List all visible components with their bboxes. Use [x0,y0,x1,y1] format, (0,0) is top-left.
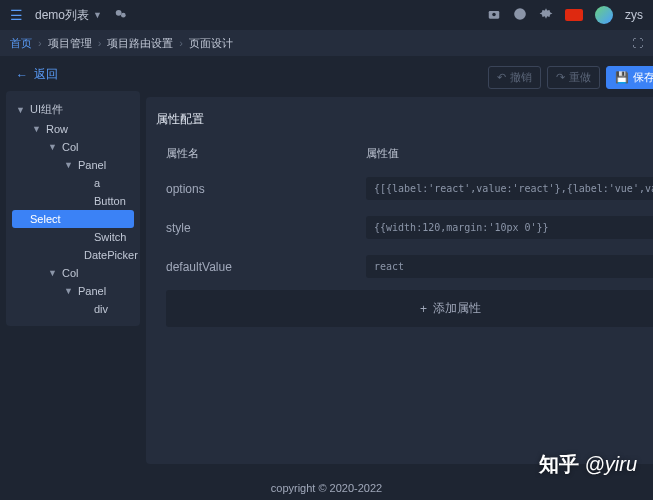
tree-label: div [94,303,108,315]
breadcrumb-item[interactable]: 项目管理 [48,36,92,51]
add-property-button[interactable]: + 添加属性 [166,290,653,327]
tree-node[interactable]: a [6,174,140,192]
redo-button[interactable]: ↷重做 [547,66,600,89]
tree-label: Switch [94,231,126,243]
dropdown-label: demo列表 [35,7,89,24]
properties-panel: 属性配置 属性名 属性值 操作 options{[{label:'react',… [146,97,653,464]
tree-label: a [94,177,100,189]
content: ← 返回 ▼ UI组件 ▼Row▼Col▼PanelaButtonSelectS… [0,56,653,470]
undo-button[interactable]: ↶撤销 [488,66,541,89]
tree-label: Panel [78,159,106,171]
main-area: ↶撤销 ↷重做 💾保存配置 👁预览 属性配置 属性名 属性值 操作 option… [146,62,653,464]
caret-icon: ▼ [48,268,58,278]
caret-icon: ▼ [16,105,26,115]
tree-node[interactable]: ▼Col [6,264,140,282]
avatar[interactable] [595,6,613,24]
breadcrumb: 首页 › 项目管理 › 项目路由设置 › 页面设计 ⛶ [0,30,653,56]
camera-icon[interactable] [487,7,501,24]
breadcrumb-sep: › [98,37,102,49]
hamburger-icon[interactable]: ☰ [10,7,23,23]
prop-name: options [166,182,366,196]
plus-icon: + [420,302,427,316]
header-name: 属性名 [166,146,366,161]
watermark: 知乎 @yiru [539,451,637,478]
arrow-left-icon: ← [16,68,28,82]
property-row: options{[{label:'react',value:'react'},{… [156,169,653,208]
caret-icon: ▼ [48,142,58,152]
component-tree: ▼ UI组件 ▼Row▼Col▼PanelaButtonSelectSwitch… [6,91,140,326]
tree-label: Col [62,141,79,153]
project-dropdown[interactable]: demo列表 ▼ [35,7,102,24]
svg-point-3 [492,12,496,15]
tree-node[interactable]: ▼Panel [6,282,140,300]
header-value: 属性值 [366,146,653,161]
breadcrumb-sep: › [179,37,183,49]
tree-node[interactable]: ▼Col [6,138,140,156]
fullscreen-icon[interactable]: ⛶ [632,37,643,49]
prop-name: style [166,221,366,235]
save-icon: 💾 [615,71,629,84]
svg-point-1 [121,12,126,17]
breadcrumb-item[interactable]: 首页 [10,36,32,51]
topbar: ☰ demo列表 ▼ zys [0,0,653,30]
breadcrumb-sep: › [38,37,42,49]
tree-label: Button [94,195,126,207]
chevron-down-icon: ▼ [93,10,102,20]
table-header: 属性名 属性值 操作 [156,138,653,169]
wechat-icon[interactable] [114,7,128,24]
caret-icon: ▼ [64,286,74,296]
redo-icon: ↷ [556,71,565,84]
tree-root[interactable]: ▼ UI组件 [6,99,140,120]
footer: copyright © 2020-2022 [0,476,653,500]
prop-value[interactable]: react [366,255,653,278]
tree-node[interactable]: DatePicker [6,246,140,264]
tree-label: Row [46,123,68,135]
topbar-right: zys [487,6,643,24]
prop-name: defaultValue [166,260,366,274]
tree-label: UI组件 [30,102,63,117]
breadcrumb-item[interactable]: 项目路由设置 [107,36,173,51]
undo-icon: ↶ [497,71,506,84]
back-button[interactable]: ← 返回 [6,62,140,91]
tree-node[interactable]: Switch [6,228,140,246]
gear-icon[interactable] [539,7,553,24]
add-label: 添加属性 [433,300,481,317]
language-flag[interactable] [565,9,583,21]
toolbar: ↶撤销 ↷重做 💾保存配置 👁预览 [146,62,653,97]
back-label: 返回 [34,66,58,83]
save-button[interactable]: 💾保存配置 [606,66,653,89]
svg-point-4 [514,8,526,20]
tree-node[interactable]: Button [6,192,140,210]
tree-node[interactable]: Select [12,210,134,228]
property-row: defaultValuereact编辑删除 [156,247,653,286]
prop-value[interactable]: {{width:120,margin:'10px 0'}} [366,216,653,239]
panel-title: 属性配置 [156,105,653,138]
caret-icon: ▼ [32,124,42,134]
username: zys [625,8,643,22]
tree-label: DatePicker [84,249,138,261]
topbar-left: ☰ demo列表 ▼ [10,7,128,24]
github-icon[interactable] [513,7,527,24]
tree-node[interactable]: ▼Panel [6,156,140,174]
tree-node[interactable]: ▼Row [6,120,140,138]
prop-value[interactable]: {[{label:'react',value:'react'},{label:'… [366,177,653,200]
breadcrumb-item: 页面设计 [189,36,233,51]
tree-label: Select [30,213,61,225]
property-row: style{{width:120,margin:'10px 0'}}编辑删除 [156,208,653,247]
tree-label: Col [62,267,79,279]
caret-icon: ▼ [64,160,74,170]
tree-label: Panel [78,285,106,297]
svg-point-0 [116,9,122,15]
tree-node[interactable]: div [6,300,140,318]
